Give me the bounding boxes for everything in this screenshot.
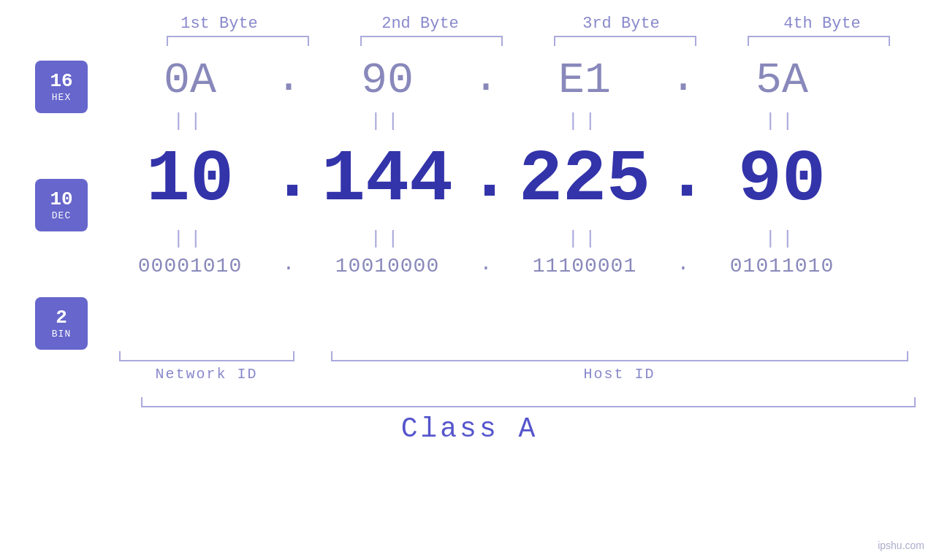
hex-dot2: .: [468, 53, 504, 107]
values-area: 0A . 90 . E1 . 5A || ||: [110, 53, 939, 280]
bin-dot3: .: [665, 253, 702, 280]
top-bracket-row: [141, 36, 916, 46]
dec-row: 10 . 144 . 225 . 90: [110, 135, 939, 225]
bin-badge-num: 2: [56, 307, 67, 329]
dec-byte2: 144: [307, 144, 468, 217]
bin-badge: 2 BIN: [35, 297, 88, 350]
eq1-2: ||: [307, 110, 468, 132]
byte-headers: 1st Byte 2nd Byte 3rd Byte 4th Byte: [119, 15, 923, 33]
bin-byte2: 10010000: [307, 255, 468, 277]
bin-byte3: 11100001: [504, 255, 665, 277]
dec-badge: 10 DEC: [35, 179, 88, 231]
bracket-top-2: [360, 36, 503, 46]
dec-byte1: 10: [110, 144, 270, 217]
hex-dot1: .: [270, 53, 307, 107]
hex-badge: 16 HEX: [35, 61, 88, 113]
dec-dot1: .: [270, 135, 307, 225]
bin-byte4: 01011010: [702, 255, 862, 277]
bin-row: 00001010 . 10010000 . 11100001 . 0101101…: [110, 253, 939, 280]
eq-row-2: || || || ||: [110, 228, 939, 250]
bin-dot1: .: [270, 253, 307, 280]
hex-badge-label: HEX: [52, 92, 71, 103]
byte1-label: 1st Byte: [139, 15, 300, 33]
byte4-label: 4th Byte: [742, 15, 902, 33]
eq2-1: ||: [110, 228, 270, 250]
eq2-3: ||: [504, 228, 665, 250]
network-id-label: Network ID: [119, 366, 294, 383]
hex-badge-num: 16: [50, 71, 72, 92]
eq1-4: ||: [702, 110, 862, 132]
bracket-top-4: [748, 36, 890, 46]
network-id-bracket: [119, 351, 294, 361]
host-id-bracket: [331, 351, 908, 361]
rows-area: 16 HEX 10 DEC 2 BIN 0A . 90: [0, 53, 939, 350]
dec-byte3: 225: [504, 144, 665, 217]
bin-badge-label: BIN: [52, 329, 71, 340]
class-bracket: [141, 397, 916, 407]
byte3-label: 3rd Byte: [541, 15, 702, 33]
dec-dot2: .: [468, 135, 504, 225]
byte2-label: 2nd Byte: [340, 15, 501, 33]
bin-byte1: 00001010: [110, 255, 270, 277]
bin-dot2: .: [468, 253, 504, 280]
class-label: Class A: [401, 413, 539, 445]
badges-column: 16 HEX 10 DEC 2 BIN: [35, 61, 88, 350]
hex-byte3: E1: [504, 55, 665, 105]
eq2-4: ||: [702, 228, 862, 250]
hex-byte4: 5A: [702, 55, 862, 105]
eq1-3: ||: [504, 110, 665, 132]
bracket-top-1: [167, 36, 309, 46]
dec-byte4: 90: [702, 144, 862, 217]
hex-byte2: 90: [307, 55, 468, 105]
dec-dot3: .: [665, 135, 702, 225]
eq2-2: ||: [307, 228, 468, 250]
hex-dot3: .: [665, 53, 702, 107]
hex-byte1: 0A: [110, 55, 270, 105]
eq1-1: ||: [110, 110, 270, 132]
dec-badge-label: DEC: [52, 210, 71, 221]
watermark: ipshu.com: [878, 540, 924, 551]
bracket-top-3: [554, 36, 696, 46]
hex-row: 0A . 90 . E1 . 5A: [110, 53, 939, 107]
dec-badge-num: 10: [50, 189, 72, 210]
main-container: 1st Byte 2nd Byte 3rd Byte 4th Byte 16 H…: [0, 0, 939, 560]
eq-row-1: || || || ||: [110, 110, 939, 132]
bottom-brackets: [119, 351, 923, 361]
host-id-label: Host ID: [331, 366, 908, 383]
id-labels: Network ID Host ID: [119, 366, 923, 383]
